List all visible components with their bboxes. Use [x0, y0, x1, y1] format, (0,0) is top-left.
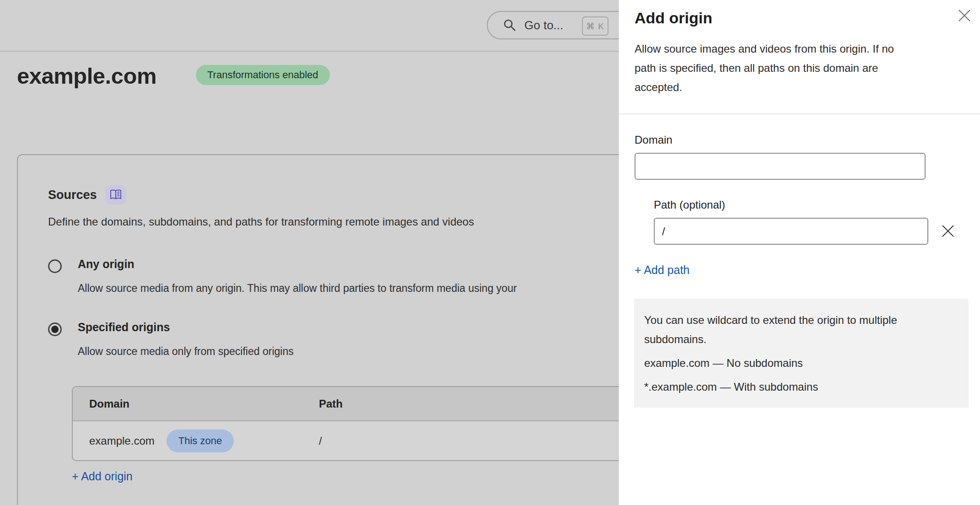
- divider: [619, 113, 980, 114]
- add-path-link[interactable]: + Add path: [635, 263, 689, 277]
- keyboard-shortcut-badge: ⌘ K: [582, 16, 608, 36]
- add-origin-link[interactable]: + Add origin: [72, 470, 133, 483]
- path-input[interactable]: [654, 218, 928, 245]
- remove-path-button[interactable]: [936, 219, 960, 243]
- this-zone-badge: This zone: [167, 430, 234, 452]
- docs-link[interactable]: [105, 185, 126, 204]
- close-button[interactable]: [953, 4, 976, 27]
- info-line: subdomains.: [644, 330, 958, 349]
- domain-input[interactable]: [635, 153, 926, 180]
- wildcard-info-box: You can use wildcard to extend the origi…: [634, 299, 969, 408]
- page-title: example.com: [17, 63, 156, 89]
- status-badge: Transformations enabled: [196, 65, 330, 85]
- sources-heading: Sources: [48, 188, 97, 202]
- sources-description: Define the domains, subdomains, and path…: [48, 215, 474, 228]
- search-icon: [502, 18, 517, 32]
- domain-field-label: Domain: [635, 134, 673, 146]
- add-origin-panel: Add origin Allow source images and video…: [619, 0, 980, 505]
- radio-specified-origins[interactable]: [48, 322, 62, 336]
- column-header-domain: Domain: [89, 398, 129, 410]
- close-x-icon: [957, 8, 972, 23]
- open-book-icon: [109, 189, 122, 201]
- radio-specified-origins-description: Allow source media only from specified o…: [78, 345, 294, 358]
- remove-x-icon: [940, 223, 956, 239]
- info-line: You can use wildcard to extend the origi…: [644, 311, 958, 330]
- radio-any-origin-label[interactable]: Any origin: [78, 258, 135, 271]
- path-field-label: Path (optional): [654, 199, 725, 211]
- info-example-with-subdomains: *.example.com — With subdomains: [644, 377, 958, 397]
- row-domain-value: example.com: [89, 435, 155, 447]
- radio-specified-origins-label[interactable]: Specified origins: [78, 321, 170, 334]
- radio-any-origin[interactable]: [48, 259, 62, 273]
- panel-title: Add origin: [635, 9, 712, 27]
- radio-any-origin-description: Allow source media from any origin. This…: [78, 282, 517, 295]
- search-placeholder: Go to...: [524, 18, 563, 32]
- row-path-value: /: [319, 435, 322, 447]
- column-header-path: Path: [319, 398, 343, 410]
- info-example-no-subdomains: example.com — No subdomains: [644, 354, 958, 373]
- app-root: Go to... ⌘ K example.com Transformations…: [0, 0, 980, 505]
- panel-description: Allow source images and videos from this…: [635, 39, 894, 97]
